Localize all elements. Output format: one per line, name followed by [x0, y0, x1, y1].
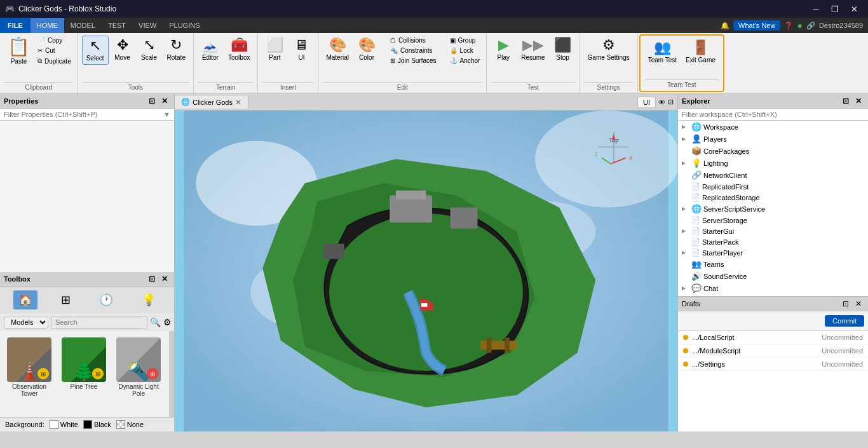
constraints-button[interactable]: 🔩 Constraints: [388, 46, 439, 55]
menu-model[interactable]: MODEL: [64, 18, 102, 33]
stop-button[interactable]: ⬛ Stop: [550, 36, 576, 64]
tree-item-localizationservice[interactable]: 🌐 LocalizationService: [678, 294, 868, 296]
toolbox-home-icon[interactable]: 🏠: [13, 290, 37, 309]
tree-item-starterplayer[interactable]: ▶ 📄 StarterPlayer: [678, 247, 868, 258]
tree-item-serverscriptservice[interactable]: ▶ 🌐 ServerScriptService: [678, 203, 868, 215]
part-button[interactable]: ⬜ Part: [262, 36, 287, 64]
tree-item-networkclient[interactable]: 🔗 NetworkClient: [678, 169, 868, 181]
game-settings-button[interactable]: ⚙ Game Settings: [584, 36, 634, 64]
copy-button[interactable]: 📄 Copy: [35, 36, 74, 45]
paste-button[interactable]: 📋 Paste: [4, 36, 34, 67]
exit-game-button[interactable]: 🚪 Exit Game: [682, 38, 719, 66]
toolbox-light-icon[interactable]: 💡: [137, 290, 161, 309]
drafts-close-btn[interactable]: ✕: [853, 299, 864, 309]
toolbox-close-btn[interactable]: ✕: [159, 274, 170, 284]
left-panels: Properties ⊡ ✕ ▼ Toolbox ⊡ ✕: [0, 94, 175, 431]
collisions-button[interactable]: ⬡ Collisions: [388, 36, 439, 45]
tree-item-starterpack[interactable]: 📄 StarterPack: [678, 236, 868, 247]
material-button[interactable]: 🎨 Material: [322, 36, 353, 64]
toolbox-grid-icon[interactable]: ⊞: [56, 290, 76, 309]
properties-filter-input[interactable]: [4, 111, 163, 118]
menu-test[interactable]: TEST: [102, 18, 132, 33]
select-button[interactable]: ↖ Select: [82, 36, 109, 65]
filter-options-icon[interactable]: ⚙: [163, 317, 172, 327]
menu-plugins[interactable]: PLUGINS: [163, 18, 206, 33]
toolbox-search-input[interactable]: [51, 316, 147, 329]
close-btn[interactable]: ✕: [845, 0, 863, 18]
toolbox-ribbon-button[interactable]: 🧰 Toolbox: [224, 36, 254, 64]
share-icon[interactable]: 🔗: [806, 22, 815, 30]
draft-item-settings[interactable]: .../Settings Uncommitted: [678, 358, 868, 371]
resume-button[interactable]: ▶▶ Resume: [517, 36, 548, 64]
commit-button[interactable]: Commit: [825, 315, 864, 327]
ribbon-team-test: 👥 Team Test 🚪 Exit Game Team Test: [639, 34, 724, 92]
scale-button[interactable]: ⤡ Scale: [137, 36, 162, 64]
tree-arrow-starterplayer: ▶: [682, 250, 689, 255]
lighting-label: Lighting: [703, 160, 864, 167]
tree-item-serverstorage[interactable]: 📄 ServerStorage: [678, 215, 868, 226]
team-test-button[interactable]: 👥 Team Test: [644, 38, 681, 66]
eye-icon[interactable]: 👁: [658, 98, 665, 106]
help-icon[interactable]: ❓: [784, 22, 793, 30]
properties-close-btn[interactable]: ✕: [159, 96, 170, 106]
bg-black-option[interactable]: Black: [83, 420, 111, 429]
play-button[interactable]: ▶ Play: [491, 36, 516, 64]
menu-view[interactable]: VIEW: [132, 18, 163, 33]
properties-expand-btn[interactable]: ⊡: [146, 96, 158, 106]
list-item[interactable]: ⊞ 🗼 Observation Tower: [4, 335, 55, 413]
toolbox-scrollbar[interactable]: [169, 331, 174, 417]
ui-button[interactable]: 🖥 UI: [288, 36, 314, 64]
tree-item-teams[interactable]: 👥 Teams: [678, 258, 868, 270]
rotate-button[interactable]: ↻ Rotate: [163, 36, 189, 64]
explorer-close-btn[interactable]: ✕: [853, 96, 864, 106]
ui-toggle-button[interactable]: UI: [637, 97, 656, 108]
tree-item-lighting[interactable]: ▶ 💡 Lighting: [678, 157, 868, 169]
minimize-btn[interactable]: ─: [807, 0, 825, 18]
settings-icon[interactable]: ●: [797, 20, 802, 31]
item-thumb-pine-tree: ⊞ 🌲: [62, 337, 106, 382]
tree-item-replicatedfirst[interactable]: 📄 ReplicatedFirst: [678, 181, 868, 192]
color-icon: 🎨: [358, 38, 376, 52]
bg-white-option[interactable]: White: [50, 420, 78, 429]
tree-item-corepackages[interactable]: 📦 CorePackages: [678, 145, 868, 157]
draft-item-modulescript[interactable]: .../ModuleScript Uncommitted: [678, 344, 868, 358]
tree-item-startergui[interactable]: ▶ 📄 StarterGui: [678, 226, 868, 236]
titlebar-controls[interactable]: ─ ❐ ✕: [807, 0, 863, 18]
explorer-expand-btn[interactable]: ⊡: [840, 96, 851, 106]
viewport-tab-close[interactable]: ✕: [235, 98, 241, 107]
cut-button[interactable]: ✂ Cut: [35, 46, 74, 55]
whats-new-button[interactable]: What's New: [733, 20, 780, 31]
tree-item-players[interactable]: ▶ 👤 Players: [678, 133, 868, 145]
duplicate-button[interactable]: ⧉ Duplicate: [35, 56, 74, 66]
list-item[interactable]: ⊞ 🌲 Pine Tree: [58, 335, 109, 413]
list-item[interactable]: ⊞ 🔦 Dynamic Light Pole: [113, 335, 164, 413]
color-button[interactable]: 🎨 Color: [354, 36, 379, 64]
explorer-filter-input[interactable]: [682, 111, 864, 118]
maximize-btn[interactable]: ❐: [826, 0, 844, 18]
svg-text:Z: Z: [594, 151, 597, 158]
tree-item-workspace[interactable]: ▶ 🌐 Workspace: [678, 121, 868, 133]
toolbox-category-dropdown[interactable]: Models: [4, 316, 48, 329]
viewport-tab-clicker-gods[interactable]: 🌐 Clicker Gods ✕: [175, 96, 248, 109]
lock-button[interactable]: 🔒 Lock: [447, 46, 483, 55]
move-button[interactable]: ✥ Move: [110, 36, 135, 64]
tree-item-chat[interactable]: ▶ 💬 Chat: [678, 282, 868, 294]
ribbon-clipboard: 📋 Paste 📄 Copy ✂ Cut ⧉ Duplicate: [0, 33, 78, 93]
menu-file[interactable]: FILE: [0, 18, 31, 33]
tree-item-replicatedstorage[interactable]: 📄 ReplicatedStorage: [678, 192, 868, 203]
join-surfaces-button[interactable]: ⊞ Join Surfaces: [388, 56, 439, 65]
draft-item-localscript[interactable]: .../LocalScript Uncommitted: [678, 331, 868, 344]
toolbox-recent-icon[interactable]: 🕐: [94, 290, 118, 309]
viewport-expand-icon[interactable]: ⊡: [668, 98, 674, 106]
drafts-expand-btn[interactable]: ⊡: [840, 299, 851, 309]
menu-home[interactable]: HOME: [31, 18, 64, 33]
group-button[interactable]: ▣ Group: [447, 36, 483, 45]
bg-none-option[interactable]: None: [116, 420, 144, 429]
anchor-button[interactable]: ⚓ Anchor: [447, 56, 483, 65]
toolbox-expand-btn[interactable]: ⊡: [146, 274, 158, 284]
toolbox-item-grid: ⊞ 🗼 Observation Tower ⊞ 🌲 Pine Tree: [0, 331, 169, 417]
editor-button[interactable]: 🗻 Editor: [198, 36, 223, 64]
search-icon[interactable]: 🔍: [150, 317, 161, 327]
bg-black-swatch: [83, 420, 92, 429]
tree-item-soundservice[interactable]: 🔊 SoundService: [678, 270, 868, 282]
